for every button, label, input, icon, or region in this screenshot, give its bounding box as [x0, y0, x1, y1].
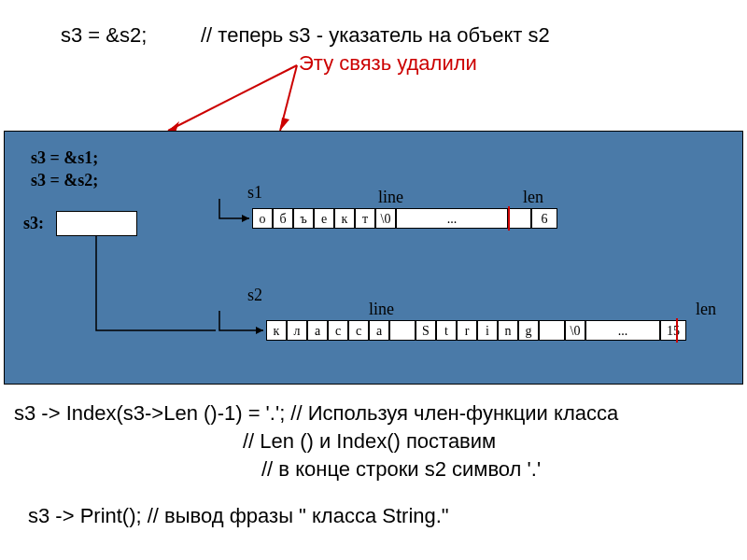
cell: с [348, 320, 369, 341]
s1-struct-row: о б ъ е к т \0 ... 6 [252, 208, 557, 229]
cell: л [287, 320, 307, 341]
svg-marker-3 [280, 118, 289, 131]
cell: ъ [293, 208, 314, 229]
assign2-text: s3 = &s2; [31, 171, 98, 190]
s2-label: s2 [247, 286, 262, 305]
svg-line-0 [168, 65, 297, 131]
s2-struct-row: к л а с с а S t r i n g \0 ... 15 [266, 320, 686, 341]
cell: б [273, 208, 293, 229]
deleted-link-label: Эту связь удалили [299, 51, 477, 76]
cell: а [369, 320, 389, 341]
s3-pointer-box [56, 211, 137, 236]
diagram-arrows [5, 132, 742, 384]
cell: i [477, 320, 498, 341]
cell-len: 6 [531, 208, 557, 229]
cell: с [328, 320, 348, 341]
cell: g [518, 320, 539, 341]
bottom-line4: s3 -> Print(); // вывод фразы " класса S… [28, 504, 449, 528]
cell: n [498, 320, 518, 341]
svg-marker-4 [242, 215, 249, 222]
bottom-line2: // Len () и Index() поставим [243, 429, 496, 454]
svg-marker-5 [256, 327, 263, 334]
cell: о [252, 208, 273, 229]
cell-dots: ... [585, 320, 660, 341]
code-assign: s3 = &s2; [61, 23, 147, 48]
cell: к [266, 320, 287, 341]
cell: \0 [565, 320, 585, 341]
s3-label: s3: [23, 214, 44, 233]
cell-gap [389, 320, 416, 341]
cell: r [457, 320, 477, 341]
code-comment1: // теперь s3 - указатель на объект s2 [201, 23, 550, 48]
bottom-line3: // в конце строки s2 символ '.' [261, 457, 541, 482]
line1-label: line [378, 188, 403, 207]
cell-dots: ... [396, 208, 508, 229]
cell-gap [508, 208, 531, 229]
line2-label: line [369, 300, 394, 319]
memory-diagram: s3 = &s1; s3 = &s2; s3: s1 line len о б … [4, 131, 743, 385]
cell: е [314, 208, 334, 229]
s1-label: s1 [247, 183, 262, 203]
cell: т [355, 208, 375, 229]
cell: S [416, 320, 436, 341]
cell: \0 [375, 208, 396, 229]
svg-line-2 [280, 65, 297, 131]
cell-gap [539, 320, 565, 341]
cell: t [436, 320, 457, 341]
bottom-line1: s3 -> Index(s3->Len ()-1) = '.'; // Испо… [14, 401, 618, 426]
cell: к [334, 208, 355, 229]
cell-len: 15 [660, 320, 686, 341]
assign1-text: s3 = &s1; [31, 148, 98, 168]
cell: а [307, 320, 328, 341]
len2-label: len [696, 300, 716, 319]
len1-label: len [523, 188, 543, 207]
